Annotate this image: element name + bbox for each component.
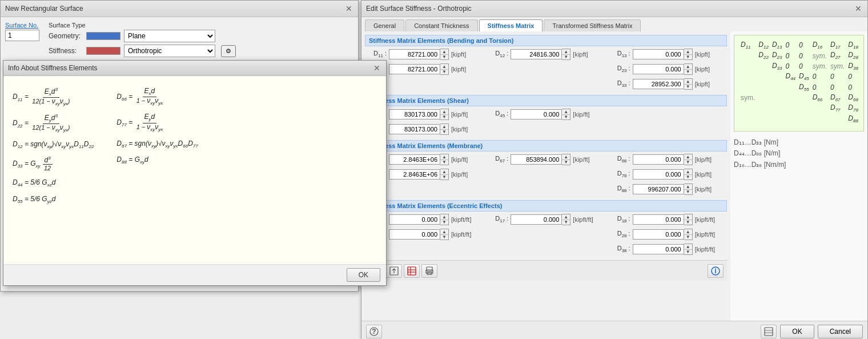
d67-spin-down[interactable]: ▼	[562, 159, 570, 165]
d28-input[interactable]	[633, 229, 684, 240]
d77-spinner[interactable]: ▲ ▼	[440, 169, 449, 180]
d33-input[interactable]	[633, 79, 684, 89]
d66-spin-up[interactable]: ▲	[440, 154, 448, 159]
d16-spin-up[interactable]: ▲	[440, 214, 448, 220]
d27-spin-up[interactable]: ▲	[440, 229, 448, 234]
d13-spin-up[interactable]: ▲	[684, 49, 692, 54]
d17-spin-up[interactable]: ▲	[562, 214, 570, 220]
d66-spinner[interactable]: ▲ ▼	[440, 154, 449, 165]
d27-spin-down[interactable]: ▼	[440, 234, 448, 240]
stiff-close-button[interactable]: ✕	[854, 4, 863, 13]
d68-spin-up[interactable]: ▲	[684, 154, 692, 159]
d13-input[interactable]	[633, 49, 684, 59]
tab-stiffness-matrix[interactable]: Stiffness Matrix	[479, 19, 543, 31]
d33-spinner[interactable]: ▲ ▼	[684, 78, 693, 90]
d22-input[interactable]	[389, 64, 440, 74]
d18-spinner[interactable]: ▲ ▼	[684, 214, 693, 225]
d12-spin-down[interactable]: ▼	[562, 54, 570, 59]
d55-spinner[interactable]: ▲ ▼	[440, 123, 449, 135]
d88-spin-up[interactable]: ▲	[684, 184, 692, 189]
tool-btn-4[interactable]	[421, 264, 437, 278]
d13-spinner[interactable]: ▲ ▼	[684, 49, 693, 60]
stiffness-edit-button[interactable]: ⚙	[221, 45, 236, 57]
tool-btn-3[interactable]	[404, 264, 420, 278]
stiff-help-button[interactable]: ?	[366, 325, 382, 338]
d17-spinner[interactable]: ▲ ▼	[562, 214, 570, 225]
d68-spinner[interactable]: ▲ ▼	[684, 154, 693, 165]
d11-spinner[interactable]: ▲ ▼	[440, 49, 449, 60]
d28-spin-up[interactable]: ▲	[684, 229, 692, 234]
d88-spin-down[interactable]: ▼	[684, 189, 692, 194]
d38-spin-up[interactable]: ▲	[684, 244, 692, 249]
d18-spin-down[interactable]: ▼	[684, 220, 692, 225]
d68-spin-down[interactable]: ▼	[684, 159, 692, 165]
d55-input[interactable]	[389, 124, 440, 134]
d67-spin-up[interactable]: ▲	[562, 154, 570, 159]
d88-input[interactable]	[633, 184, 684, 194]
d44-input[interactable]	[389, 109, 440, 119]
d11-spin-up[interactable]: ▲	[440, 49, 448, 54]
d23-spin-down[interactable]: ▼	[684, 69, 692, 74]
tab-general[interactable]: General	[365, 19, 404, 31]
d13-spin-down[interactable]: ▼	[684, 54, 692, 59]
d78-spin-up[interactable]: ▲	[684, 169, 692, 174]
d78-spinner[interactable]: ▲ ▼	[684, 169, 693, 180]
d77-input[interactable]	[389, 169, 440, 180]
rect-close-button[interactable]: ✕	[344, 4, 353, 13]
d78-input[interactable]	[633, 169, 684, 180]
d44-spin-down[interactable]: ▼	[440, 114, 448, 119]
d55-spin-up[interactable]: ▲	[440, 124, 448, 129]
d77-spin-down[interactable]: ▼	[440, 174, 448, 180]
surface-no-label[interactable]: Surface No.	[5, 22, 39, 29]
d67-input[interactable]	[511, 154, 562, 165]
tab-constant-thickness[interactable]: Constant Thickness	[405, 19, 477, 31]
d17-input[interactable]	[511, 214, 562, 225]
d45-input[interactable]	[511, 109, 562, 119]
surface-no-input[interactable]	[5, 30, 39, 41]
d78-spin-down[interactable]: ▼	[684, 174, 692, 180]
d16-spin-down[interactable]: ▼	[440, 220, 448, 225]
stiffness-select[interactable]: Orthotropic	[124, 45, 215, 57]
stiff-ok-button[interactable]: OK	[780, 325, 814, 338]
d27-spinner[interactable]: ▲ ▼	[440, 229, 449, 240]
d11-spin-down[interactable]: ▼	[440, 54, 448, 59]
d45-spinner[interactable]: ▲ ▼	[562, 109, 570, 120]
d67-spinner[interactable]: ▲ ▼	[562, 154, 570, 165]
d22-spin-down[interactable]: ▼	[440, 69, 448, 74]
d66-input[interactable]	[389, 154, 440, 165]
d17-spin-down[interactable]: ▼	[562, 220, 570, 225]
d77-spin-up[interactable]: ▲	[440, 169, 448, 174]
d45-spin-up[interactable]: ▲	[562, 109, 570, 114]
stiff-cancel-button[interactable]: Cancel	[818, 325, 863, 338]
d44-spin-up[interactable]: ▲	[440, 109, 448, 114]
info-button[interactable]: i	[708, 264, 724, 278]
d27-input[interactable]	[389, 229, 440, 240]
d12-spin-up[interactable]: ▲	[562, 49, 570, 54]
d12-input[interactable]	[511, 49, 562, 59]
info-ok-button[interactable]: OK	[347, 268, 380, 282]
d16-input[interactable]	[389, 214, 440, 225]
d22-spin-up[interactable]: ▲	[440, 64, 448, 69]
geometry-select[interactable]: Plane	[124, 30, 215, 42]
d38-spin-down[interactable]: ▼	[684, 249, 692, 254]
d23-spin-up[interactable]: ▲	[684, 64, 692, 69]
d44-spinner[interactable]: ▲ ▼	[440, 109, 449, 120]
d16-spinner[interactable]: ▲ ▼	[440, 214, 449, 225]
d68-input[interactable]	[633, 154, 684, 165]
d88-spinner[interactable]: ▲ ▼	[684, 184, 693, 195]
d28-spinner[interactable]: ▲ ▼	[684, 229, 693, 240]
d33-spin-down[interactable]: ▼	[684, 84, 692, 89]
tab-transformed-stiffness-matrix[interactable]: Transformed Stiffness Matrix	[544, 19, 641, 31]
d23-input[interactable]	[633, 64, 684, 74]
d28-spin-down[interactable]: ▼	[684, 234, 692, 240]
stiff-grid-button[interactable]	[761, 325, 777, 338]
d18-spin-up[interactable]: ▲	[684, 214, 692, 220]
d45-spin-down[interactable]: ▼	[562, 114, 570, 119]
d38-input[interactable]	[633, 244, 684, 254]
d11-input[interactable]	[389, 49, 440, 59]
d23-spinner[interactable]: ▲ ▼	[684, 63, 693, 75]
d66-spin-down[interactable]: ▼	[440, 159, 448, 165]
d18-input[interactable]	[633, 214, 684, 225]
d38-spinner[interactable]: ▲ ▼	[684, 244, 693, 255]
d33-spin-up[interactable]: ▲	[684, 79, 692, 84]
